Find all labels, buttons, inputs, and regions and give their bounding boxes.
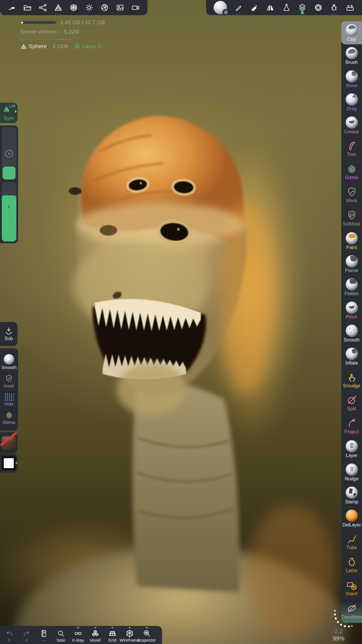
mesh-icon <box>20 43 27 50</box>
strength-slider[interactable] <box>2 182 16 242</box>
tool-split-label: Split <box>347 406 356 411</box>
vertices-label: Scene vertices： <box>20 29 62 35</box>
pencil-more-dots: ··· <box>234 13 243 15</box>
toggle-grid[interactable]: Grid <box>104 626 121 644</box>
undo-button[interactable]: 0 <box>1 626 18 644</box>
grid-label: Grid <box>108 638 116 643</box>
current-color <box>4 458 14 468</box>
tool-flatten[interactable]: Flatten <box>341 276 362 299</box>
layers-button[interactable] <box>298 0 307 15</box>
quick-tool-gizmo[interactable]: Gizmo <box>3 411 15 425</box>
material-ball-button[interactable] <box>214 0 227 15</box>
symmetry-toggle-button[interactable]: L/W Sym <box>0 103 17 123</box>
tool-clay[interactable]: Clay <box>341 21 362 44</box>
gizmo-label: Gizmo <box>3 420 15 425</box>
toolbox-icon <box>346 3 354 12</box>
tool-pinch[interactable]: Pinch <box>341 299 362 322</box>
sculpt-model <box>0 0 362 644</box>
tool-smooth[interactable]: Smooth <box>341 322 362 345</box>
x-ray-label: X-Ray <box>72 638 84 643</box>
strength-slider-fill[interactable] <box>2 195 16 242</box>
tool-stamp-icon <box>346 487 358 499</box>
folder-button[interactable] <box>23 0 32 15</box>
tool-gizmo[interactable]: Gizmo <box>341 160 362 183</box>
tool-pinch-label: Pinch <box>346 314 357 319</box>
tool-layer[interactable]: Layer <box>341 438 362 461</box>
toggle-voxel[interactable]: Voxel <box>87 626 104 644</box>
background-image-button[interactable] <box>116 0 124 15</box>
tool-dellayer[interactable]: DelLayer <box>341 507 362 530</box>
topology-button[interactable]: ··· <box>54 0 63 15</box>
tool-smudge[interactable]: Smudge <box>341 368 362 391</box>
tool-move-icon <box>346 70 358 83</box>
object-name[interactable]: Sphere <box>29 43 47 50</box>
tool-selmask[interactable]: SelMask <box>341 206 362 229</box>
lighting-icon <box>85 3 94 12</box>
paint-color-swatch[interactable] <box>0 454 17 473</box>
tool-drag[interactable]: Drag <box>341 91 362 114</box>
camera-button[interactable] <box>131 0 140 15</box>
fps-value: 2.2 <box>323 628 354 635</box>
journal-icon <box>40 629 48 638</box>
lighting-button[interactable] <box>85 0 94 15</box>
toggle-wireframe[interactable]: Wireframe <box>121 626 138 644</box>
sym-label: Sym <box>0 116 17 121</box>
postprocess-button[interactable] <box>100 0 109 15</box>
toggle-solo[interactable]: Solo <box>52 626 69 644</box>
tool-tube[interactable]: Tube <box>341 530 362 553</box>
tool-nudge[interactable]: Nudge <box>341 461 362 484</box>
tool-planar[interactable]: Planar <box>341 253 362 276</box>
toolbar-top-left: ··· <box>0 0 147 15</box>
tool-inflate[interactable]: Inflate <box>341 345 362 368</box>
tool-clay-icon <box>346 24 358 36</box>
tool-lathe[interactable]: Lathe <box>341 553 362 576</box>
tool-trim-icon <box>346 140 357 151</box>
nomad-logo-button[interactable] <box>8 0 16 15</box>
paintbrush-icon <box>250 3 259 12</box>
quick-tool-hide[interactable]: Hide <box>4 393 14 406</box>
folder-icon <box>23 3 32 12</box>
quick-tool-mask[interactable]: Mask <box>4 374 14 388</box>
toggle-inspector[interactable]: Inspector <box>138 626 155 644</box>
nomad-sculpt-app: ··· ······ 1.48 GB / 11.7 GB Scene verti… <box>0 0 362 644</box>
tool-stamp[interactable]: Stamp <box>341 484 362 507</box>
tool-paint[interactable]: Paint <box>341 230 362 253</box>
flask-button[interactable] <box>282 0 291 15</box>
tool-crease[interactable]: Crease <box>341 114 362 137</box>
inspector-caret-icon <box>145 626 148 628</box>
tool-mask[interactable]: Mask <box>341 183 362 206</box>
swatch-expand-arrow[interactable] <box>16 461 17 464</box>
tool-brush[interactable]: Brush <box>341 44 362 67</box>
subdivision-button[interactable]: Sub <box>0 322 17 346</box>
node-graph-button[interactable] <box>38 0 47 15</box>
layer-icon <box>74 43 80 50</box>
material-sphere-grid-button[interactable] <box>69 0 78 15</box>
toolbox-button[interactable] <box>346 0 354 15</box>
debug-bug-button[interactable]: ··· <box>330 0 338 15</box>
tool-move[interactable]: Move <box>341 68 362 91</box>
inspector-label: Inspector <box>138 638 156 643</box>
tool-insert[interactable]: Insert <box>341 576 362 599</box>
undo-count: 0 <box>8 638 10 643</box>
info-divider <box>20 39 70 40</box>
layer-name[interactable]: Layer 3 <box>82 43 101 50</box>
radius-slider-handle[interactable] <box>3 167 15 179</box>
flask-icon <box>282 3 291 12</box>
redo-button[interactable]: 0 <box>18 626 35 644</box>
toggle-x-ray[interactable]: X-Ray <box>69 626 87 644</box>
quick-tool-smooth[interactable]: Smooth <box>1 354 17 370</box>
viewport-3d[interactable] <box>0 0 362 644</box>
tool-project[interactable]: Project <box>341 414 362 438</box>
paintbrush-button[interactable] <box>250 0 259 15</box>
sym-expand-arrow[interactable] <box>15 110 17 113</box>
tool-planar-icon <box>346 255 358 267</box>
toggle-notes[interactable]: ··· <box>35 626 52 644</box>
tool-gizmo-label: Gizmo <box>345 175 358 180</box>
symmetry-button[interactable] <box>266 0 275 15</box>
tool-trim[interactable]: Trim <box>341 137 362 160</box>
settings-gear-button[interactable] <box>314 0 323 15</box>
radius-slider[interactable] <box>2 127 16 180</box>
pencil-button[interactable]: ··· <box>234 0 243 15</box>
tool-split[interactable]: Split <box>341 391 362 414</box>
stamp-alpha-thumbnail[interactable] <box>0 432 17 453</box>
